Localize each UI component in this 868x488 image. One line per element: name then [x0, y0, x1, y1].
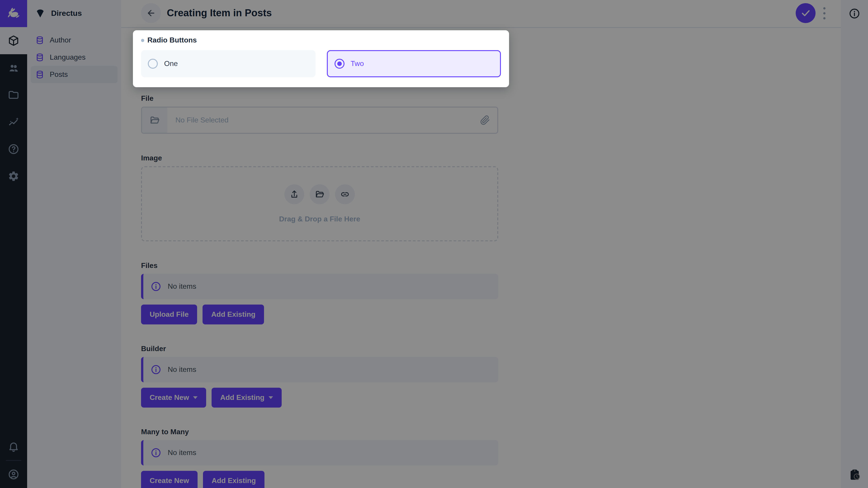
radio-unchecked-icon[interactable]: [148, 59, 158, 69]
radio-option-label: One: [164, 60, 178, 68]
radio-option-label: Two: [350, 60, 364, 68]
radio-options: One Two: [141, 50, 501, 77]
field-label: Radio Buttons: [141, 36, 501, 44]
app-window: Directus Author Languages Posts: [0, 0, 868, 488]
radio-buttons-field-card: Radio Buttons One Two: [133, 30, 509, 87]
edited-indicator-dot: [141, 39, 144, 42]
field-label-text: Radio Buttons: [147, 36, 197, 44]
radio-option-two[interactable]: Two: [327, 50, 501, 77]
radio-checked-icon[interactable]: [334, 59, 344, 69]
radio-option-one[interactable]: One: [141, 50, 315, 77]
